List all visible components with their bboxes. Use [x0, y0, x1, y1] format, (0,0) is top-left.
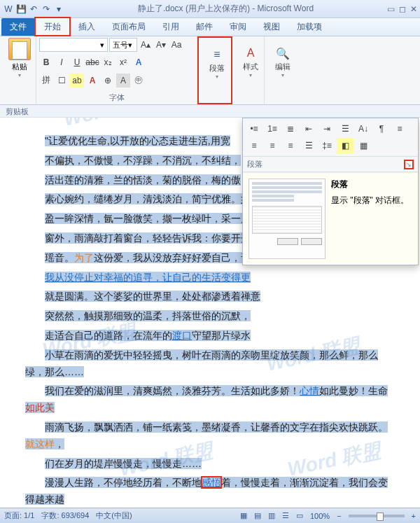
align-icon: ≡ [210, 48, 224, 62]
status-page[interactable]: 页面: 1/1 [4, 510, 34, 521]
border-char-icon[interactable]: ☐ [55, 74, 69, 88]
styles-icon: A [244, 46, 258, 60]
dialog-thumbnail [248, 179, 326, 259]
view-web-icon[interactable]: ▥ [268, 511, 275, 520]
shrink-font-icon[interactable]: A▾ [154, 38, 168, 52]
numbering-icon[interactable]: 1≡ [264, 121, 281, 137]
multilevel-icon[interactable]: ≣ [282, 121, 299, 137]
justify-icon[interactable]: ≡ [282, 138, 299, 153]
window-title: 静止了.docx (用户上次保存的) - Microsoft Word [64, 3, 387, 15]
ribbon: 粘贴 ▾ ▾ 五号 ▾ A▴ A▾ Aa B I U abc x₂ x² A 拼… [0, 36, 420, 105]
save-icon[interactable]: 💾 [15, 4, 27, 15]
tab-references[interactable]: 引用 [154, 18, 188, 36]
minimize-icon[interactable]: ▭ [387, 4, 395, 14]
close-icon[interactable]: ✕ [410, 4, 417, 14]
font-size-combo[interactable]: 五号 ▾ [109, 38, 137, 52]
ribbon-tabs: 文件 开始 插入 页面布局 引用 邮件 审阅 视图 加载项 [0, 18, 420, 36]
qat-more-icon[interactable]: ▾ [53, 4, 64, 15]
maximize-icon[interactable]: ◻ [399, 4, 406, 14]
tab-mailings[interactable]: 邮件 [188, 18, 221, 36]
line-spacing-icon[interactable]: ‡≡ [318, 138, 335, 153]
distribute-icon[interactable]: ☰ [300, 138, 317, 153]
text-effects-icon[interactable]: A [132, 55, 146, 69]
char-shading-icon[interactable]: A [116, 74, 130, 88]
status-bar: 页面: 1/1 字数: 693/694 中文(中国) ▦ ▤ ▥ ☰ ▭ 100… [0, 508, 420, 523]
tab-view[interactable]: 视图 [255, 18, 288, 36]
highlight-icon[interactable]: ab [70, 74, 84, 88]
change-case-icon[interactable]: Aa [169, 38, 183, 52]
tab-layout[interactable]: 页面布局 [104, 18, 154, 36]
styles-group: A 样式 ▾ [232, 36, 265, 104]
document-area[interactable]: "让爱优化生命,以开放的心态走进生活,用宽 不偏执，不傲慢，不浮躁，不消沉，不纠… [0, 118, 420, 510]
zoom-level[interactable]: 100% [310, 512, 330, 520]
bold-icon[interactable]: B [39, 55, 53, 69]
find-icon: 🔍 [276, 46, 290, 60]
borders-icon[interactable]: ▦ [355, 138, 372, 153]
styles-button[interactable]: A 样式 ▾ [235, 38, 266, 87]
paste-button[interactable]: 粘贴 ▾ [3, 38, 36, 78]
redo-icon[interactable]: ↷ [41, 4, 52, 15]
view-outline-icon[interactable]: ☰ [282, 511, 289, 520]
clipboard-label: 剪贴板 [0, 105, 420, 118]
grow-font-icon[interactable]: A▴ [139, 38, 153, 52]
asian-align-icon[interactable]: ☰ [337, 121, 354, 137]
paragraph-button[interactable]: ≡ 段落 ▾ [202, 39, 232, 88]
align-left-icon[interactable]: ≡ [391, 121, 408, 137]
tab-file[interactable]: 文件 [1, 18, 35, 36]
subscript-icon[interactable]: x₂ [101, 55, 115, 69]
sort-icon[interactable]: A↓ [355, 121, 372, 137]
tooltip-title: 段落 [331, 179, 409, 190]
tab-review[interactable]: 审阅 [221, 18, 255, 36]
app-icon: W [3, 4, 14, 15]
indent-inc-icon[interactable]: ⇥ [318, 121, 335, 137]
paragraph-group: ≡ 段落 ▾ [197, 36, 232, 104]
status-lang[interactable]: 中文(中国) [96, 510, 132, 521]
tooltip-body: 显示 "段落" 对话框。 [331, 195, 409, 207]
zoom-slider[interactable] [349, 515, 405, 517]
superscript-icon[interactable]: x² [116, 55, 130, 69]
zoom-in-icon[interactable]: + [412, 512, 416, 520]
font-color-icon[interactable]: A [85, 74, 99, 88]
align-center-icon[interactable]: ≡ [246, 138, 262, 153]
status-words[interactable]: 字数: 693/694 [41, 510, 89, 521]
editing-group: 🔍 编辑 ▾ [265, 36, 297, 104]
tab-addins[interactable]: 加载项 [288, 18, 330, 36]
font-group: ▾ 五号 ▾ A▴ A▾ Aa B I U abc x₂ x² A 拼 ☐ ab… [36, 36, 197, 104]
view-print-icon[interactable]: ▦ [240, 511, 247, 520]
strike-icon[interactable]: abc [85, 55, 99, 69]
paragraph-tooltip: 段落 显示 "段落" 对话框。 [243, 172, 418, 265]
font-family-combo[interactable]: ▾ [39, 38, 108, 52]
enclose-char-icon[interactable]: ㊥ [132, 74, 146, 88]
tab-home[interactable]: 开始 [35, 18, 70, 36]
tab-insert[interactable]: 插入 [70, 18, 104, 36]
align-right-icon[interactable]: ≡ [264, 138, 281, 153]
editing-button[interactable]: 🔍 编辑 ▾ [267, 38, 298, 87]
popup-group-label: 段落 [247, 159, 262, 169]
bullets-icon[interactable]: •≡ [246, 121, 262, 137]
undo-icon[interactable]: ↶ [28, 4, 39, 15]
clipboard-icon [8, 38, 31, 60]
asian-layout-icon[interactable]: ⊕ [101, 74, 115, 88]
dialog-launcher-icon[interactable]: ↘ [404, 160, 414, 169]
paragraph-tools: •≡ 1≡ ≣ ⇤ ⇥ ☰ A↓ ¶ ≡ ≡ ≡ ≡ ☰ ‡≡ ◧ ▦ [243, 118, 418, 157]
zoom-out-icon[interactable]: − [337, 512, 341, 520]
paragraph-popup: •≡ 1≡ ≣ ⇤ ⇥ ☰ A↓ ¶ ≡ ≡ ≡ ≡ ☰ ‡≡ ◧ ▦ 段落 ↘ [242, 118, 419, 265]
shading-icon[interactable]: ◧ [337, 138, 354, 153]
view-draft-icon[interactable]: ▭ [296, 511, 303, 520]
underline-icon[interactable]: U [70, 55, 84, 69]
view-read-icon[interactable]: ▤ [254, 511, 261, 520]
indent-dec-icon[interactable]: ⇤ [300, 121, 317, 137]
show-marks-icon[interactable]: ¶ [373, 121, 390, 137]
phonetic-icon[interactable]: 拼 [39, 74, 53, 88]
italic-icon[interactable]: I [55, 55, 69, 69]
